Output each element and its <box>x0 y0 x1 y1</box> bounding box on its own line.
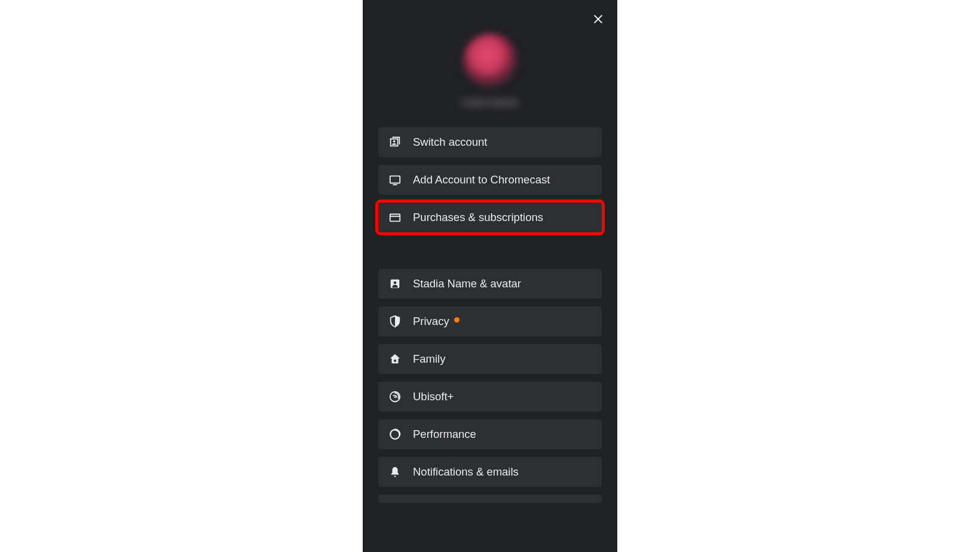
menu-item-ubisoft[interactable]: Ubisoft+ <box>378 382 602 412</box>
menu-item-family[interactable]: Family <box>378 344 602 374</box>
svg-point-11 <box>394 397 396 398</box>
menu-item-add-chromecast[interactable]: Add Account to Chromecast <box>378 165 602 195</box>
menu-item-performance[interactable]: Performance <box>378 419 602 449</box>
close-button[interactable] <box>590 12 607 29</box>
menu-item-switch-account[interactable]: Switch account <box>378 127 602 157</box>
menu-label: Ubisoft+ <box>413 390 454 403</box>
avatar <box>463 33 517 87</box>
menu-label: Performance <box>413 428 476 441</box>
home-icon <box>388 352 402 366</box>
shield-icon <box>388 314 402 329</box>
svg-point-8 <box>394 281 397 284</box>
menu-label: Stadia Name & avatar <box>413 277 521 290</box>
menu-item-purchases[interactable]: Purchases & subscriptions <box>378 203 602 232</box>
card-icon <box>388 210 402 225</box>
menu-section-settings: Stadia Name & avatar Privacy Family <box>363 269 617 503</box>
svg-point-2 <box>393 140 396 143</box>
svg-rect-5 <box>390 214 400 222</box>
menu-label: Switch account <box>413 136 487 149</box>
menu-item-stadia-name[interactable]: Stadia Name & avatar <box>378 269 602 299</box>
svg-rect-9 <box>394 360 396 362</box>
menu-item-privacy[interactable]: Privacy <box>378 306 602 336</box>
ubisoft-icon <box>388 390 402 404</box>
close-icon <box>592 13 605 28</box>
profile-header: Username <box>363 0 617 127</box>
username-label: Username <box>363 96 617 109</box>
bell-icon <box>388 465 402 479</box>
settings-panel: Username Switch account Add Accoun <box>363 0 617 552</box>
performance-icon <box>388 427 402 441</box>
person-icon <box>388 277 402 291</box>
menu-section-account: Switch account Add Account to Chromecast… <box>363 127 617 232</box>
menu-label: Family <box>413 352 445 366</box>
notification-badge <box>454 317 460 323</box>
switch-account-icon <box>388 135 402 149</box>
tv-icon <box>388 173 402 187</box>
svg-rect-3 <box>390 176 400 183</box>
menu-item-notifications[interactable]: Notifications & emails <box>378 457 602 487</box>
section-divider <box>363 240 617 269</box>
menu-label: Notifications & emails <box>413 465 519 479</box>
menu-item-partial[interactable] <box>378 495 602 503</box>
menu-label: Purchases & subscriptions <box>413 211 543 224</box>
menu-label: Privacy <box>413 315 449 328</box>
menu-label: Add Account to Chromecast <box>413 173 550 186</box>
